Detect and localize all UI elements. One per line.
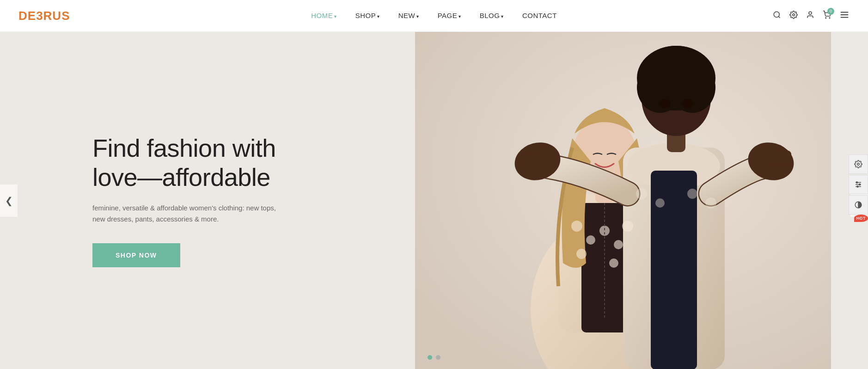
nav-link-contact[interactable]: CONTACT [522,12,557,19]
slide-dot-1[interactable] [428,355,432,360]
cart-badge: 0 [827,8,834,15]
chevron-down-icon: ▾ [334,14,337,19]
side-tools: HOT [849,154,868,215]
hero-section: Find fashion with love—affordable femini… [0,32,868,369]
side-tool-contrast[interactable] [849,195,868,215]
chevron-down-icon: ▾ [377,14,380,19]
slide-prev-button[interactable]: ❮ [0,184,18,217]
hero-title: Find fashion with love—affordable [92,134,287,191]
nav-item-new[interactable]: NEW▾ [398,12,419,20]
hot-badge: HOT [854,215,868,222]
svg-point-45 [687,189,697,199]
hamburger-icon[interactable] [839,10,850,22]
chevron-down-icon: ▾ [458,14,461,19]
nav-item-home[interactable]: HOME▾ [311,12,337,20]
side-tool-gear[interactable] [849,154,868,174]
svg-line-1 [778,16,780,18]
logo[interactable]: DE3RUS [18,9,70,23]
settings-icon[interactable] [789,11,798,21]
svg-point-39 [614,240,623,249]
svg-point-5 [829,18,830,18]
nav-link-home[interactable]: HOME▾ [311,12,337,19]
shop-now-button[interactable]: SHOP NOW [92,243,180,267]
svg-point-36 [571,221,582,232]
hero-subtitle: feminine, versatile & affordable women's… [92,203,287,225]
svg-rect-27 [538,144,546,168]
navbar: DE3RUS HOME▾ SHOP▾ NEW▾ PAGE▾ BLOG▾ [0,0,868,32]
side-tool-sliders[interactable] [849,175,868,194]
nav-link-shop[interactable]: SHOP▾ [355,12,380,19]
svg-point-54 [857,186,858,187]
nav-link-blog[interactable]: BLOG▾ [480,12,504,19]
chevron-down-icon: ▾ [501,14,504,19]
svg-point-43 [636,188,647,199]
hero-image [415,32,831,369]
svg-point-2 [793,13,795,16]
slide-dots [428,355,440,360]
svg-point-48 [857,163,860,166]
svg-point-23 [644,46,709,92]
nav-item-shop[interactable]: SHOP▾ [355,12,380,20]
svg-point-41 [576,249,587,259]
svg-point-53 [859,184,861,185]
logo-text-part1: DE [18,9,36,23]
svg-point-42 [609,258,618,268]
nav-menu: HOME▾ SHOP▾ NEW▾ PAGE▾ BLOG▾ CONTACT [311,12,557,20]
svg-point-52 [856,182,858,183]
nav-item-contact[interactable]: CONTACT [522,12,557,20]
cart-icon[interactable]: 0 [823,11,831,21]
svg-point-3 [809,12,812,14]
logo-highlight: 3 [36,9,43,23]
svg-point-44 [655,198,665,208]
svg-point-0 [774,12,779,17]
svg-point-34 [659,99,670,108]
svg-point-40 [622,221,633,232]
svg-rect-30 [766,147,775,171]
nav-link-page[interactable]: PAGE▾ [438,12,461,19]
svg-point-46 [705,197,716,209]
chevron-down-icon: ▾ [416,14,419,19]
svg-point-35 [682,99,693,108]
nav-item-page[interactable]: PAGE▾ [438,12,461,20]
nav-icons: 0 [773,10,850,22]
svg-point-4 [825,18,826,18]
nav-link-new[interactable]: NEW▾ [398,12,419,19]
logo-text-part2: RUS [43,9,70,23]
user-icon[interactable] [806,11,814,21]
slide-dot-2[interactable] [436,355,440,360]
svg-point-37 [586,235,595,245]
hero-illustration [415,32,831,369]
nav-item-blog[interactable]: BLOG▾ [480,12,504,20]
search-icon[interactable] [773,11,781,21]
hero-content: Find fashion with love—affordable femini… [0,134,287,267]
